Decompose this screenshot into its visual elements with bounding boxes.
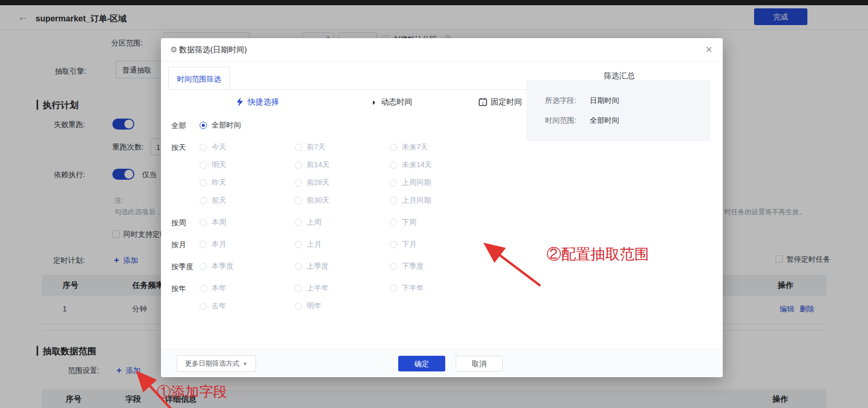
radio-option[interactable]: 明年 [295,301,390,311]
radio-icon[interactable] [295,285,302,292]
radio-option[interactable]: 上周同期 [390,178,485,188]
radio-option[interactable]: 本年 [200,284,295,293]
radio-icon[interactable] [295,144,302,151]
radio-option-label: 上半年 [307,284,329,293]
summary-range-value: 全部时间 [590,116,619,124]
radio-option[interactable]: 本周 [200,218,295,227]
radio-icon[interactable] [295,197,302,204]
svg-text:1: 1 [481,101,484,106]
radio-option[interactable]: 本月 [200,240,295,249]
radio-option-label: 本月 [212,240,226,249]
annotation-step1: ①添加字段 [157,382,227,401]
radio-option[interactable]: 上周 [295,218,390,227]
confirm-button[interactable]: 确定 [398,356,445,371]
screen: ← supermarket_订单-区域 完成 分区范围: 选择开始时间, 结束时… [0,0,868,408]
tab-time-range-filter[interactable]: 时间范围筛选 [168,67,230,90]
radio-option-label: 未来7天 [402,143,428,152]
caret-down-icon: ▼ [242,361,248,367]
radio-icon[interactable] [295,161,302,169]
radio-icon[interactable] [200,263,207,270]
radio-option-label: 前14天 [307,160,330,170]
radio-icon[interactable] [390,144,397,151]
radio-option[interactable]: 前7天 [295,143,390,152]
radio-option[interactable]: 昨天 [200,178,295,188]
radio-icon[interactable] [200,197,207,204]
radio-option[interactable]: 上月 [295,240,390,249]
radio-icon[interactable] [390,263,397,270]
radio-icon[interactable] [390,197,397,204]
mode-quick-select[interactable]: 快捷选择 [235,96,279,108]
radio-option[interactable]: 明天 [200,160,295,170]
radio-icon[interactable] [200,122,207,129]
filter-group-label: 按月 [171,236,200,253]
radio-icon[interactable] [200,219,207,226]
radio-option-label: 今天 [212,143,226,152]
filter-group-label: 按周 [171,214,200,231]
radio-option[interactable]: 下季度 [390,262,485,271]
filter-group: 全部全部时间 [171,116,485,134]
radio-option-label: 未来14天 [402,160,432,170]
radio-option-label: 上月 [307,240,321,249]
radio-icon[interactable] [295,179,302,186]
radio-icon[interactable] [200,241,207,248]
radio-option[interactable]: 未来7天 [390,143,485,152]
radio-option-label: 下周 [402,218,416,227]
summary-field-value: 日期时间 [590,96,619,104]
radio-option[interactable]: 下月 [390,240,485,249]
radio-option[interactable]: 上月同期 [390,196,485,205]
radio-option[interactable]: 前天 [200,196,295,205]
radio-icon[interactable] [390,241,397,248]
radio-option[interactable]: 今天 [200,143,295,152]
filter-group-label: 全部 [171,116,200,134]
modal-header: ⚙数据筛选(日期时间) × [161,38,723,62]
radio-option-label: 前30天 [307,196,330,205]
close-icon[interactable]: × [705,43,712,56]
radio-option-label: 上周同期 [402,178,431,188]
radio-option-label: 前天 [212,196,226,205]
more-date-filter-dropdown[interactable]: 更多日期筛选方式▼ [177,355,256,372]
radio-option[interactable]: 前28天 [295,178,390,188]
radio-option-label: 上季度 [307,262,329,271]
radio-icon[interactable] [295,219,302,226]
filter-group-label: 按天 [171,138,200,209]
radio-icon[interactable] [200,302,207,310]
radio-option[interactable]: 未来14天 [390,160,485,170]
radio-option[interactable]: 前30天 [295,196,390,205]
radio-icon[interactable] [200,285,207,292]
radio-option-label: 去年 [212,301,226,311]
radio-option-label: 前28天 [307,178,330,188]
radio-option-label: 明天 [212,160,226,170]
radio-option[interactable]: 上季度 [295,262,390,271]
radio-option-label: 全部时间 [212,121,241,130]
filter-group: 按天今天前7天未来7天明天前14天未来14天昨天前28天上周同期前天前30天上月… [171,138,485,209]
filter-group: 按年本年上半年下半年去年明年 [171,279,485,315]
radio-icon[interactable] [295,263,302,270]
radio-option-label: 上月同期 [402,196,431,205]
summary-range-row: 时间范围: 全部时间 [545,116,619,125]
radio-option-label: 昨天 [212,178,226,188]
radio-option-label: 下月 [402,240,416,249]
radio-icon[interactable] [295,302,302,310]
radio-option[interactable]: 下半年 [390,284,485,293]
radio-icon[interactable] [200,179,207,186]
radio-option[interactable]: 本季度 [200,262,295,271]
radio-option[interactable]: 下周 [390,218,485,227]
cancel-button[interactable]: 取消 [456,356,503,371]
radio-option[interactable]: 全部时间 [200,121,295,130]
filter-group: 按周本周上周下周 [171,214,485,231]
radio-icon[interactable] [390,219,397,226]
mode-fixed-time[interactable]: 1 固定时间 [478,96,522,108]
mode-dynamic-time[interactable]: ◑ 动态时间 [368,96,412,108]
radio-option[interactable]: 去年 [200,301,295,311]
radio-option[interactable]: 前14天 [295,160,390,170]
radio-icon[interactable] [390,179,397,186]
radio-icon[interactable] [200,144,207,151]
radio-icon[interactable] [295,241,302,248]
lightning-icon [235,98,244,107]
radio-option[interactable]: 上半年 [295,284,390,293]
radio-icon[interactable] [390,161,397,169]
radio-icon[interactable] [200,161,207,169]
radio-icon[interactable] [390,285,397,292]
gear-icon: ⚙ [170,45,177,54]
radio-option-label: 本年 [212,284,226,293]
